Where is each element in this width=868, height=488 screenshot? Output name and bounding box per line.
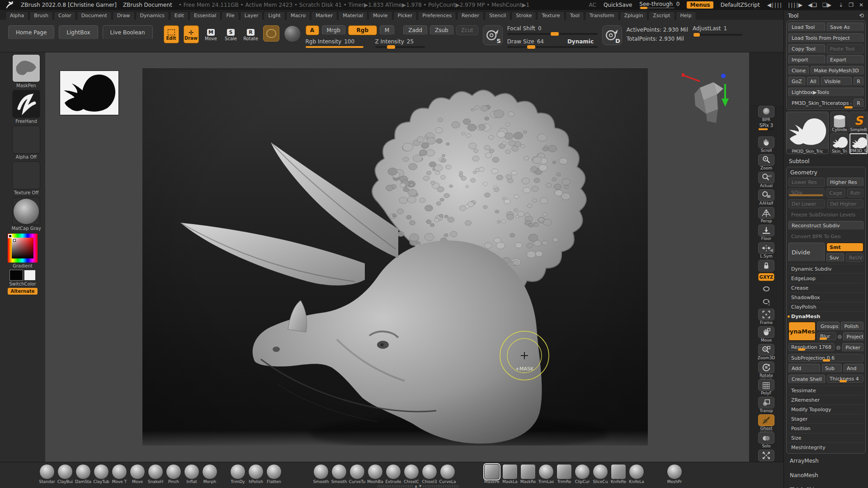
- make-polymesh3d-button[interactable]: Make PolyMesh3D: [811, 66, 863, 75]
- m-toggle[interactable]: M: [380, 25, 394, 35]
- load-tools-from-project-button[interactable]: Load Tools From Project: [788, 33, 863, 42]
- menu-marker[interactable]: Marker: [311, 11, 337, 20]
- brush-meshpr[interactable]: MeshPr: [665, 464, 684, 484]
- camera-nav-gizmo[interactable]: [682, 70, 737, 134]
- secondary-color-swatch[interactable]: [24, 270, 36, 281]
- current-brush-thumbnail[interactable]: [263, 25, 279, 42]
- draw-button[interactable]: ✛ Draw: [184, 25, 199, 43]
- section-dynamic-subdiv[interactable]: Dynamic Subdiv: [788, 264, 863, 273]
- window-layout-icon[interactable]: ❏▶: [822, 2, 831, 8]
- brush-meshba[interactable]: MeshBa: [366, 464, 384, 484]
- section-meshintegrity[interactable]: MeshIntegrity: [788, 442, 863, 452]
- tool-thumbnail-cylinde[interactable]: Cylinde: [830, 112, 849, 132]
- dynamesh-blur-slider[interactable]: Blur: [817, 332, 837, 340]
- adjust-last-slider[interactable]: AdjustLast1: [693, 25, 742, 36]
- stroke-picker[interactable]: S: [483, 25, 503, 45]
- dynamesh-section-title[interactable]: DynaMesh: [788, 311, 863, 321]
- menu-zplugin[interactable]: Zplugin: [620, 11, 648, 20]
- switchcolor-button[interactable]: SwitchColor: [0, 282, 45, 286]
- goz-all-button[interactable]: All: [807, 77, 820, 86]
- panel-collapse-arrow[interactable]: ◀: [769, 248, 773, 253]
- del-higher-button[interactable]: Del Higher: [827, 199, 863, 208]
- alternate-button[interactable]: Alternate: [8, 288, 38, 295]
- sv-selector[interactable]: [13, 239, 16, 242]
- suv-toggle[interactable]: Suv: [826, 253, 844, 262]
- section-edgeloop[interactable]: EdgeLoop: [788, 273, 863, 283]
- strip-polyf-button[interactable]: ine FillPolyF: [757, 379, 775, 395]
- restore-icon[interactable]: ❐: [849, 2, 854, 8]
- palette-section-nanomesh[interactable]: NanoMesh: [786, 468, 866, 483]
- a-toggle[interactable]: A: [306, 25, 319, 35]
- tool-thumbnail-skin_tri[interactable]: Skin_Tri: [830, 133, 849, 154]
- brush-hpolish[interactable]: hPolish: [247, 464, 265, 484]
- window-layout-icon[interactable]: ◀∣∣∣∣: [767, 2, 782, 8]
- window-layout-icon[interactable]: ∣∣∣∣▶: [788, 2, 802, 8]
- strip-floor-button[interactable]: Floor: [757, 225, 775, 241]
- export-button[interactable]: Export: [827, 55, 863, 64]
- menus-button[interactable]: Menus: [687, 1, 713, 9]
- tool-thumbnail-simpleb[interactable]: SSimpleB: [849, 112, 868, 132]
- reuv-button[interactable]: ReUV: [846, 253, 863, 262]
- curve-mode-button[interactable]: D: [602, 25, 622, 45]
- brush-move t[interactable]: Move T: [110, 464, 128, 484]
- strip-zoom-button[interactable]: Zoom: [757, 154, 775, 170]
- tray-scrollbar[interactable]: ▲▼: [377, 484, 459, 488]
- focal-shift-slider[interactable]: Focal Shift0: [507, 25, 598, 35]
- menu-brush[interactable]: Brush: [29, 11, 53, 20]
- section-stager[interactable]: Stager: [788, 414, 863, 423]
- rotate-button[interactable]: R Rotate: [243, 25, 259, 43]
- dynamesh-and-button[interactable]: And: [844, 364, 863, 373]
- rstr-button[interactable]: Rstr: [847, 188, 863, 197]
- section-shadowbox[interactable]: ShadowBox: [788, 292, 863, 302]
- brush-maskre[interactable]: MaskRe: [519, 464, 537, 484]
- divide-button[interactable]: Divide: [788, 243, 825, 262]
- zsub-toggle[interactable]: Zsub: [430, 25, 453, 35]
- save-as-button[interactable]: Save As: [827, 23, 863, 32]
- brush-maskla[interactable]: MaskLa: [501, 464, 519, 484]
- strip-zoom3d-button[interactable]: Zoom3D: [757, 344, 775, 360]
- brush-damsta[interactable]: DamSta: [74, 464, 92, 484]
- menu-essential[interactable]: Essential: [189, 11, 221, 20]
- freeze-subdivision-button[interactable]: Freeze SubDivision Levels: [788, 210, 863, 219]
- active-tool-name[interactable]: PM3D_Skin_Triceratops - 1: [788, 99, 852, 108]
- strip-solo-button[interactable]: ynamicSolo: [757, 432, 775, 448]
- goz-r-button[interactable]: R: [854, 77, 863, 86]
- section-position[interactable]: Position: [788, 423, 863, 433]
- strip-lock-button[interactable]: [757, 260, 775, 272]
- section-modify-topology[interactable]: Modify Topology: [788, 404, 863, 414]
- strip-move-button[interactable]: Move: [757, 326, 775, 343]
- brush-claybui[interactable]: ClayBui: [56, 464, 74, 484]
- menu-macro[interactable]: Macro: [286, 11, 310, 20]
- palette-item-freehand[interactable]: FreeHand: [10, 90, 42, 124]
- strip-rotz-button[interactable]: [757, 296, 775, 307]
- brush-clipcur[interactable]: ClipCur: [573, 464, 591, 484]
- brush-trimdy[interactable]: TrimDy: [229, 464, 247, 484]
- menu-preferences[interactable]: Preferences: [418, 11, 456, 20]
- brush-snakeh[interactable]: SnakeH: [146, 464, 165, 484]
- reset-icon[interactable]: ⟲: [859, 12, 864, 19]
- geometry-section-title[interactable]: Geometry: [788, 169, 863, 178]
- brush-morph[interactable]: Morph: [201, 464, 219, 484]
- brush-smooth[interactable]: Smooth: [330, 464, 348, 484]
- section-claypolish[interactable]: ClayPolish: [788, 302, 863, 311]
- menu-picker[interactable]: Picker: [393, 11, 417, 20]
- edit-button[interactable]: Edit: [164, 25, 179, 43]
- main-color-swatch[interactable]: [9, 270, 23, 281]
- menu-render[interactable]: Render: [457, 11, 484, 20]
- quicksave-button[interactable]: QuickSave: [604, 2, 632, 8]
- lightbox-tools-button[interactable]: Lightbox▶Tools: [788, 88, 863, 97]
- brush-pinch[interactable]: Pinch: [165, 464, 183, 484]
- rgb-toggle[interactable]: Rgb: [348, 25, 377, 35]
- brush-maskpe[interactable]: MaskPe: [483, 464, 501, 484]
- menu-color[interactable]: Color: [54, 11, 76, 20]
- see-through-slider[interactable]: See-through 0: [639, 2, 679, 9]
- section-size[interactable]: Size: [788, 433, 863, 442]
- section-crease[interactable]: Crease: [788, 283, 863, 292]
- brush-smooth[interactable]: Smooth: [312, 464, 330, 484]
- strip-transp-button[interactable]: Transp: [757, 397, 775, 413]
- close-icon[interactable]: ✕: [859, 2, 863, 8]
- subtool-section[interactable]: Subtool: [786, 156, 866, 167]
- menu-zscript[interactable]: Zscript: [648, 11, 675, 20]
- brush-chisel3[interactable]: Chisel3: [420, 464, 439, 484]
- brush-trimre[interactable]: TrimRe: [555, 464, 573, 484]
